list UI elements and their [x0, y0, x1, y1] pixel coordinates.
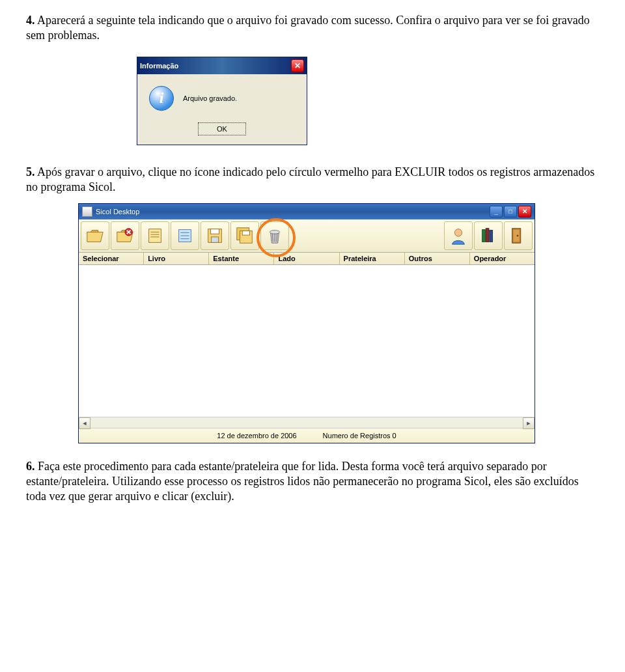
app-icon [82, 206, 92, 217]
svg-rect-18 [486, 228, 489, 242]
para5-num: 5. [26, 165, 35, 178]
label-operador[interactable]: Operador [470, 253, 535, 264]
svg-rect-14 [242, 231, 249, 235]
dialog-message: Arquivo gravado. [183, 94, 237, 102]
label-livro[interactable]: Livro [144, 253, 209, 264]
close-icon[interactable]: ✕ [291, 59, 304, 72]
sicol-column-labels: Selecionar Livro Estante Lado Prateleira… [79, 253, 535, 265]
sicol-window: Sicol Desktop _ □ ✕ [78, 203, 535, 443]
ok-button[interactable]: OK [198, 122, 246, 135]
books-icon[interactable] [474, 221, 503, 250]
svg-rect-1 [149, 229, 161, 242]
horizontal-scrollbar[interactable]: ◄ ► [79, 417, 535, 428]
sicol-title-text: Sicol Desktop [96, 208, 139, 216]
scroll-left-icon[interactable]: ◄ [79, 417, 90, 429]
svg-rect-17 [482, 229, 486, 242]
status-date: 12 de dezembro de 2006 [217, 432, 296, 440]
info-dialog-screenshot: Informação ✕ i Arquivo gravado. OK [137, 57, 599, 145]
user-icon[interactable] [444, 221, 473, 250]
svg-point-16 [454, 229, 462, 236]
svg-rect-11 [211, 236, 218, 242]
maximize-icon[interactable]: □ [504, 206, 517, 217]
sicol-statusbar: 12 de dezembro de 2006 Numero de Registr… [79, 428, 535, 443]
records-icon[interactable] [141, 221, 169, 250]
folder-delete-icon[interactable] [111, 221, 139, 250]
trash-icon[interactable] [260, 221, 289, 250]
label-estante[interactable]: Estante [209, 253, 274, 264]
svg-rect-10 [210, 229, 219, 234]
para4-text: Aparecerá a seguinte tela indicando que … [26, 14, 590, 42]
sicol-content-area: ◄ ► [79, 265, 535, 428]
minimize-icon[interactable]: _ [490, 206, 503, 217]
svg-rect-19 [490, 230, 493, 242]
sicol-window-screenshot: Sicol Desktop _ □ ✕ [78, 203, 599, 443]
status-record-count: Numero de Registros 0 [323, 432, 396, 440]
para6-num: 6. [26, 460, 35, 473]
dialog-footer: OK [137, 117, 307, 145]
paragraph-5: 5. Após gravar o arquivo, clique no ícon… [26, 165, 599, 195]
folder-open-icon[interactable] [81, 221, 109, 250]
label-selecionar[interactable]: Selecionar [79, 253, 144, 264]
para6-text: Faça este procedimento para cada estante… [26, 460, 579, 503]
scroll-right-icon[interactable]: ► [523, 417, 535, 429]
para5-text: Após gravar o arquivo, clique no ícone i… [26, 165, 594, 193]
paragraph-4: 4. Aparecerá a seguinte tela indicando q… [26, 13, 599, 44]
paragraph-6: 6. Faça este procedimento para cada esta… [26, 459, 599, 505]
sicol-titlebar: Sicol Desktop _ □ ✕ [79, 204, 535, 219]
exit-icon[interactable] [504, 221, 533, 250]
save-all-icon[interactable] [230, 221, 259, 250]
save-icon[interactable] [201, 221, 229, 250]
sicol-toolbar [79, 219, 535, 253]
window-buttons: _ □ ✕ [490, 206, 531, 217]
dialog-titlebar: Informação ✕ [137, 57, 307, 74]
info-dialog: Informação ✕ i Arquivo gravado. OK [137, 57, 307, 145]
svg-point-22 [517, 234, 519, 236]
label-lado[interactable]: Lado [274, 253, 339, 264]
dialog-body: i Arquivo gravado. [137, 74, 307, 117]
para4-num: 4. [26, 14, 35, 27]
label-prateleira[interactable]: Prateleira [340, 253, 405, 264]
close-icon[interactable]: ✕ [518, 206, 531, 217]
label-outros[interactable]: Outros [405, 253, 470, 264]
info-icon: i [149, 86, 174, 111]
dialog-title-text: Informação [140, 62, 178, 70]
list-icon[interactable] [171, 221, 199, 250]
